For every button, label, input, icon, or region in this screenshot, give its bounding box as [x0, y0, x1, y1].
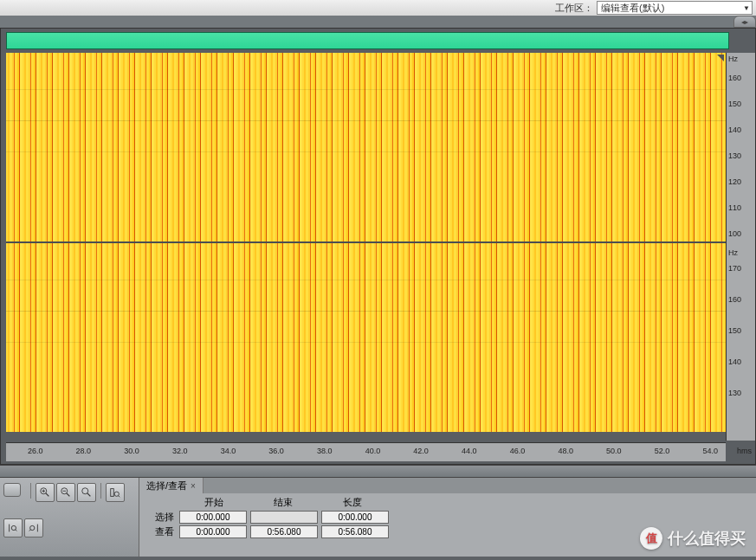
- zoom-out-sel-button[interactable]: [24, 518, 43, 537]
- close-icon[interactable]: ×: [191, 481, 196, 491]
- time-tick: 44.0: [462, 447, 477, 455]
- select-length-field[interactable]: 0:00.000: [321, 511, 389, 524]
- svg-line-17: [29, 529, 31, 531]
- time-tick: 48.0: [558, 447, 573, 455]
- svg-line-8: [87, 493, 91, 497]
- freq-tick: 150: [728, 326, 741, 335]
- freq-unit: Hz: [728, 55, 738, 63]
- time-tick: 32.0: [172, 447, 188, 455]
- freq-tick: 120: [728, 177, 741, 186]
- freq-tick: 150: [728, 100, 741, 108]
- svg-line-14: [16, 529, 17, 531]
- zoom-out-button[interactable]: [56, 483, 75, 502]
- channel-2[interactable]: [6, 243, 726, 432]
- view-end-field[interactable]: 0:56.080: [250, 525, 318, 538]
- zoom-selection-icon: [109, 486, 121, 499]
- svg-line-11: [119, 496, 120, 498]
- zoom-in-sel-icon: [7, 522, 19, 534]
- col-start: 开始: [179, 496, 249, 509]
- time-tick: 38.0: [317, 447, 333, 455]
- time-tick: 28.0: [76, 447, 92, 455]
- zoom-full-icon: [81, 486, 93, 499]
- watermark: 值 什么值得买: [640, 527, 746, 550]
- time-tick: 36.0: [268, 447, 284, 455]
- zoom-selection-button[interactable]: [106, 483, 125, 502]
- time-tick: 26.0: [28, 447, 43, 455]
- time-tick: 40.0: [365, 447, 381, 455]
- editor-main: Hz 160 150 140 130 120 110 100 Hz 170 16…: [0, 28, 756, 465]
- watermark-text: 什么值得买: [668, 528, 746, 549]
- freq-tick: 140: [728, 357, 741, 366]
- select-start-field[interactable]: 0:00.000: [179, 511, 247, 524]
- time-tick: 52.0: [655, 447, 670, 455]
- panel-tab-stub[interactable]: ◂▸: [733, 16, 756, 28]
- svg-rect-9: [111, 489, 114, 497]
- tab-strip: ◂▸: [0, 16, 756, 28]
- zoom-in-button[interactable]: [36, 483, 55, 502]
- resizer-strip[interactable]: [0, 465, 756, 477]
- zoom-full-button[interactable]: [77, 483, 96, 502]
- time-ruler[interactable]: 26.0 28.0 30.0 32.0 34.0 36.0 38.0 40.0 …: [6, 442, 726, 461]
- time-tick: 34.0: [221, 447, 236, 455]
- freq-tick: 110: [728, 203, 741, 212]
- row-view-label: 查看: [145, 525, 179, 538]
- col-end: 结束: [249, 496, 318, 509]
- col-length: 长度: [318, 496, 387, 509]
- spectrogram-view[interactable]: [6, 53, 726, 442]
- watermark-badge: 值: [640, 527, 662, 550]
- tab-selection-view[interactable]: 选择/查看 ×: [139, 478, 204, 493]
- workspace-value: 编辑查看(默认): [601, 2, 664, 15]
- select-end-field[interactable]: [250, 511, 318, 524]
- separator: [100, 483, 101, 499]
- freq-unit: Hz: [728, 248, 738, 257]
- chevron-down-icon: ▼: [743, 4, 750, 12]
- zoom-in-icon: [39, 486, 51, 499]
- view-start-field[interactable]: 0:00.000: [179, 525, 247, 538]
- row-select-label: 选择: [145, 511, 179, 524]
- freq-tick: 100: [728, 229, 741, 238]
- frequency-ruler[interactable]: Hz 160 150 140 130 120 110 100 Hz 170 16…: [726, 53, 755, 441]
- play-button[interactable]: [3, 483, 21, 497]
- time-tick: 46.0: [510, 447, 526, 455]
- topbar: 工作区： 编辑查看(默认) ▼: [0, 0, 756, 16]
- time-unit: hms: [737, 447, 752, 455]
- time-tick: 54.0: [702, 447, 718, 455]
- freq-tick: 160: [728, 74, 741, 82]
- time-tick: 30.0: [124, 447, 139, 455]
- toolbar: [0, 478, 139, 557]
- zoom-out-icon: [60, 486, 72, 499]
- separator: [30, 483, 31, 499]
- svg-line-5: [67, 493, 70, 497]
- time-tick: 50.0: [606, 447, 622, 455]
- drag-handle-icon[interactable]: [717, 55, 724, 61]
- channel-1[interactable]: [6, 53, 726, 241]
- time-tick: 42.0: [413, 447, 429, 455]
- workspace-selector[interactable]: 编辑查看(默认) ▼: [597, 1, 753, 15]
- svg-line-1: [46, 493, 49, 497]
- zoom-in-sel-button[interactable]: [3, 518, 23, 537]
- freq-tick: 130: [728, 151, 741, 160]
- freq-tick: 170: [728, 264, 741, 273]
- tab-label: 选择/查看: [146, 480, 187, 492]
- freq-tick: 160: [728, 295, 741, 304]
- freq-tick: 140: [728, 126, 741, 134]
- overview-bar[interactable]: [6, 32, 729, 49]
- workspace-label: 工作区：: [555, 2, 593, 15]
- zoom-out-sel-icon: [28, 522, 40, 534]
- freq-tick: 130: [728, 389, 741, 397]
- view-length-field[interactable]: 0:56.080: [321, 525, 389, 538]
- svg-point-7: [82, 488, 88, 494]
